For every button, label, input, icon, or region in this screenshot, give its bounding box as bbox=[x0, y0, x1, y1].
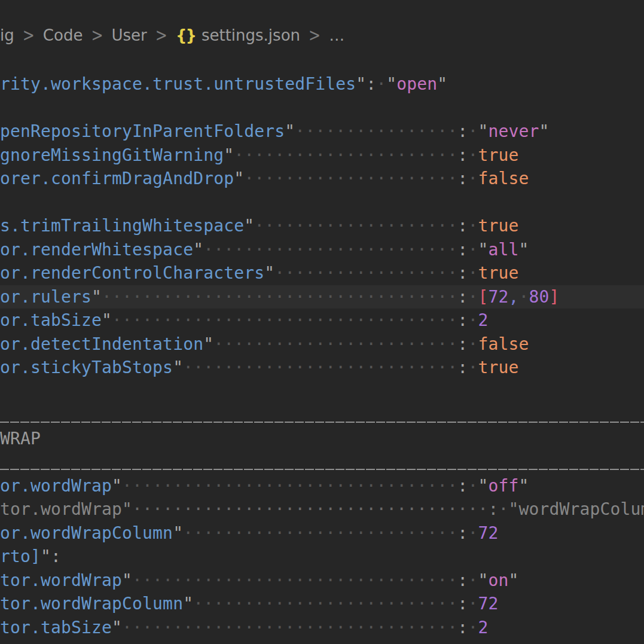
code-line[interactable]: or.renderWhitespace"····················… bbox=[0, 238, 644, 262]
code-segment: "wordWrapColum bbox=[508, 499, 644, 519]
code-line[interactable]: penRepositoryInParentFolders"···········… bbox=[0, 120, 644, 144]
code-segment: : bbox=[457, 334, 468, 354]
code-line[interactable]: rity.workspace.trust.untrustedFiles":·"o… bbox=[0, 72, 644, 96]
code-segment: 72 bbox=[478, 594, 498, 614]
code-segment: · bbox=[468, 121, 478, 141]
divider-rule bbox=[0, 469, 644, 470]
whitespace-dots: ·················· bbox=[274, 263, 457, 283]
code-line[interactable]: or.stickyTabStops"······················… bbox=[0, 356, 644, 380]
breadcrumb-item-settings-json[interactable]: {} settings.json bbox=[176, 26, 300, 44]
editor-content[interactable]: rity.workspace.trust.untrustedFiles":·"o… bbox=[0, 72, 644, 644]
code-segment: " bbox=[478, 476, 488, 496]
breadcrumb: ig > Code > User > {} settings.json > … bbox=[0, 20, 644, 50]
code-segment: s.trimTrailingWhitespace bbox=[0, 216, 244, 236]
code-line[interactable]: or.rulers"······························… bbox=[0, 285, 644, 309]
whitespace-dots: ·························· bbox=[193, 594, 457, 614]
code-segment: : bbox=[457, 145, 468, 165]
code-segment: false bbox=[478, 334, 529, 354]
breadcrumb-item-user[interactable]: User bbox=[112, 26, 147, 44]
code-segment: " bbox=[518, 240, 529, 260]
code-segment: or.detectIndentation bbox=[0, 334, 203, 354]
code-segment: true bbox=[478, 216, 518, 236]
code-segment: : bbox=[457, 216, 468, 236]
code-segment: " bbox=[508, 570, 518, 590]
code-segment: true bbox=[478, 263, 518, 283]
code-segment: " bbox=[386, 74, 396, 94]
code-segment: · bbox=[468, 145, 478, 165]
code-segment: : bbox=[457, 523, 468, 543]
code-line[interactable]: or.renderControlCharacters"·············… bbox=[0, 261, 644, 285]
code-segment: " bbox=[122, 499, 132, 519]
code-line[interactable]: rto]": bbox=[0, 545, 644, 569]
code-segment: " bbox=[539, 121, 549, 141]
code-line[interactable]: orer.confirmDragAndDrop"················… bbox=[0, 167, 644, 191]
code-segment: : bbox=[457, 169, 468, 188]
code-segment: · bbox=[518, 287, 529, 307]
code-segment: " bbox=[183, 594, 193, 614]
code-segment: rto] bbox=[0, 547, 41, 566]
code-segment: true bbox=[478, 358, 518, 377]
code-segment: gnoreMissingGitWarning bbox=[0, 145, 224, 165]
code-segment: " bbox=[244, 216, 254, 236]
code-segment: never bbox=[488, 121, 539, 141]
code-segment: tor.wordWrapColumn bbox=[0, 594, 183, 614]
code-line[interactable]: tor.wordWrap"···························… bbox=[0, 569, 644, 593]
code-line[interactable]: or.tabSize"·····························… bbox=[0, 309, 644, 332]
code-segment: 72 bbox=[488, 287, 508, 307]
breadcrumb-item-config[interactable]: ig bbox=[0, 26, 14, 44]
code-segment: : bbox=[457, 240, 468, 260]
code-segment: 2 bbox=[478, 310, 488, 330]
code-line[interactable]: tor.wordWrap"···························… bbox=[0, 498, 644, 521]
code-segment: or.rulers bbox=[0, 287, 91, 307]
code-segment: on bbox=[488, 570, 508, 590]
code-segment: tor.wordWrap bbox=[0, 570, 122, 590]
code-segment: or.renderControlCharacters bbox=[0, 263, 264, 283]
code-segment: " bbox=[173, 358, 183, 377]
breadcrumb-file-label: settings.json bbox=[202, 26, 300, 44]
blank-line[interactable] bbox=[0, 191, 644, 215]
code-segment: · bbox=[468, 240, 478, 260]
code-segment: · bbox=[468, 263, 478, 283]
code-segment: " bbox=[478, 570, 488, 590]
code-segment: · bbox=[468, 358, 478, 377]
code-segment: " bbox=[285, 121, 295, 141]
code-segment: · bbox=[468, 169, 478, 188]
code-line[interactable]: WRAP bbox=[0, 427, 644, 451]
code-segment: penRepositoryInParentFolders bbox=[0, 121, 285, 141]
code-line[interactable]: or.wordWrap"····························… bbox=[0, 474, 644, 498]
comment-divider-line[interactable] bbox=[0, 403, 644, 427]
code-segment: · bbox=[468, 310, 478, 330]
chevron-right-icon: > bbox=[23, 25, 35, 46]
breadcrumb-item-symbol-ellipsis[interactable]: … bbox=[329, 26, 344, 44]
code-segment: ": bbox=[356, 74, 376, 94]
code-segment: or.wordWrapColumn bbox=[0, 523, 173, 543]
code-segment: · bbox=[498, 499, 508, 519]
whitespace-dots: ························· bbox=[203, 240, 457, 260]
code-segment: 72 bbox=[478, 523, 498, 543]
code-segment: true bbox=[478, 145, 518, 165]
code-line[interactable]: tor.wordWrapColumn"·····················… bbox=[0, 592, 644, 616]
blank-line[interactable] bbox=[0, 96, 644, 120]
whitespace-dots: ································· bbox=[122, 476, 457, 496]
code-segment: " bbox=[193, 240, 203, 260]
code-line[interactable]: s.trimTrailingWhitespace"···············… bbox=[0, 214, 644, 238]
code-segment: " bbox=[173, 523, 183, 543]
code-line[interactable]: gnoreMissingGitWarning"·················… bbox=[0, 144, 644, 167]
code-segment: " bbox=[234, 169, 244, 188]
whitespace-dots: ································· bbox=[122, 618, 457, 637]
whitespace-dots: ····················· bbox=[244, 169, 457, 188]
code-segment: · bbox=[468, 216, 478, 236]
breadcrumb-item-code[interactable]: Code bbox=[43, 26, 83, 44]
code-segment: " bbox=[518, 476, 529, 496]
code-line[interactable]: tor.tabSize"····························… bbox=[0, 616, 644, 640]
code-segment: · bbox=[468, 570, 478, 590]
comment-divider-line[interactable] bbox=[0, 450, 644, 474]
code-segment: " bbox=[437, 74, 447, 94]
code-segment: · bbox=[468, 334, 478, 354]
code-segment: " bbox=[91, 287, 102, 307]
code-line[interactable]: or.wordWrapColumn"······················… bbox=[0, 521, 644, 545]
code-line[interactable]: or.detectIndentation"···················… bbox=[0, 332, 644, 356]
blank-line[interactable] bbox=[0, 380, 644, 404]
whitespace-dots: ··························· bbox=[183, 523, 457, 543]
code-segment: " bbox=[224, 145, 234, 165]
